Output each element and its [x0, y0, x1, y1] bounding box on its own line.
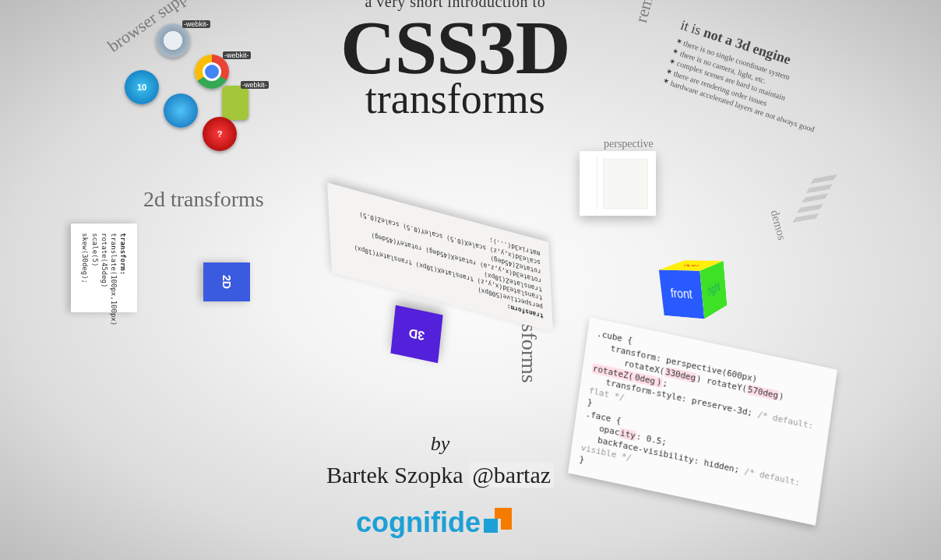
- presentation-overview[interactable]: a very short introduction to CSS3D trans…: [0, 0, 941, 560]
- code-line: .face {: [585, 408, 622, 426]
- opera-icon: ?: [203, 117, 237, 151]
- code-line: translate(100px,100px): [110, 233, 118, 326]
- perspective-card[interactable]: [580, 151, 656, 216]
- cognifide-logo[interactable]: cognifide: [356, 506, 512, 539]
- code-line: }: [579, 454, 585, 465]
- cube-face-right: right: [700, 261, 727, 319]
- title-sub: transforms: [340, 78, 570, 120]
- remember-box[interactable]: it is not a 3d engine there is no single…: [661, 17, 839, 136]
- perspective-pane: [603, 159, 648, 210]
- perspective-side-code: [584, 156, 597, 210]
- code-line: transform-style: preserve-3d;: [605, 378, 753, 419]
- ie-old-icon: [164, 93, 198, 128]
- chrome-icon: -webkit-: [195, 55, 229, 89]
- ie-version-label: 10: [137, 83, 146, 92]
- byline-author: Bartek Szopka @bartaz: [323, 462, 557, 488]
- code-comment: /* default: flat */: [588, 386, 814, 431]
- cube: top front right: [672, 265, 739, 336]
- remember-label[interactable]: remember: [631, 0, 668, 25]
- title-block[interactable]: a very short introduction to CSS3D trans…: [340, 0, 570, 120]
- prefix-tag: -webkit-: [241, 81, 269, 89]
- section-2d-label[interactable]: 2d transforms: [143, 187, 264, 212]
- demos-links[interactable]: /////////////// /////////////// ////////…: [770, 163, 890, 271]
- ie-icon: 10: [125, 70, 159, 104]
- android-icon: -webkit-: [222, 86, 248, 120]
- code-comment: /* default: visible */: [580, 443, 801, 488]
- byline-by: by: [323, 432, 557, 456]
- opera-question: ?: [217, 129, 223, 139]
- code-line: scale(5): [91, 233, 99, 266]
- safari-icon: -webkit-: [156, 23, 190, 58]
- code-line: skew(30deg);: [81, 233, 89, 284]
- tile-2d[interactable]: 2D: [203, 262, 250, 301]
- code-line: transform:: [119, 233, 127, 275]
- code-line: rotate(45deg): [100, 233, 108, 287]
- prefix-tag: -webkit-: [182, 20, 210, 28]
- cube-face-front: front: [659, 269, 704, 319]
- perspective-label[interactable]: perspective: [604, 138, 654, 150]
- cube-demo[interactable]: top front right: [670, 265, 740, 335]
- code-hl: 570deg: [746, 384, 780, 401]
- byline[interactable]: by Bartek Szopka @bartaz: [323, 432, 557, 488]
- code-3d[interactable]: transform: perspective(500px) translate3…: [327, 182, 553, 332]
- code-cube[interactable]: .cube { transform: perspective(600px) ro…: [568, 317, 837, 526]
- author-handle[interactable]: @bartaz: [469, 462, 554, 488]
- logo-mark-icon: [484, 508, 512, 539]
- logo-word: cognifide: [356, 506, 481, 539]
- code-line: }: [587, 397, 593, 408]
- title-main: CSS3D: [340, 9, 570, 86]
- prefix-tag: -webkit-: [223, 51, 251, 59]
- browser-support-icons[interactable]: -webkit- -webkit- -webkit- 10 ?: [125, 23, 249, 148]
- code-2d[interactable]: transform: translate(100px,100px) rotate…: [71, 224, 137, 312]
- tile-3d[interactable]: 3D: [390, 305, 442, 364]
- author-name: Bartek Szopka: [326, 462, 469, 488]
